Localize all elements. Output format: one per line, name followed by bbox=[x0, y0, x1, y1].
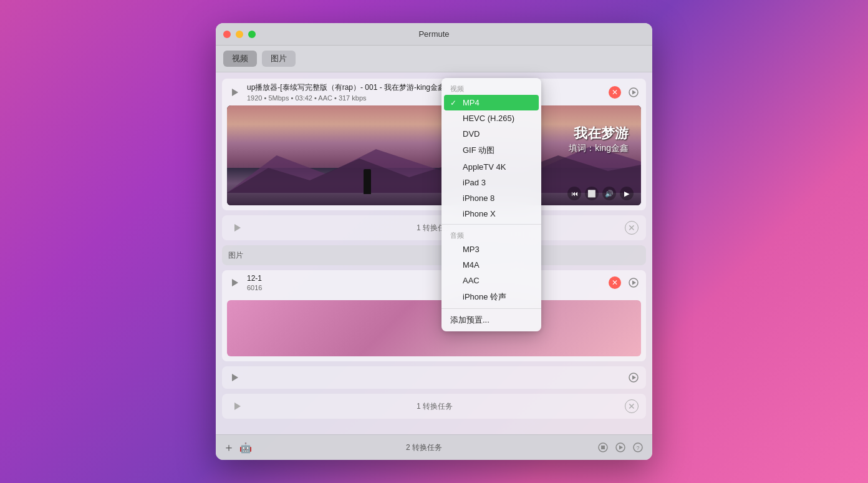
menu-item-mp3[interactable]: MP3 bbox=[441, 242, 541, 257]
close-button[interactable] bbox=[223, 31, 231, 38]
titlebar: Permute bbox=[216, 23, 652, 46]
image-header: 12-1 6016 ✕ bbox=[222, 270, 646, 295]
menu-item-iphonex[interactable]: iPhone X bbox=[441, 206, 541, 222]
file-info-3: 12-1 6016 bbox=[247, 274, 604, 291]
format-dropdown: 视频 ✓ MP4 HEVC (H.265) DVD GIF 动图 AppleTV… bbox=[441, 78, 541, 331]
menu-label-ringtone: iPhone 铃声 bbox=[463, 291, 506, 303]
add-preset-item[interactable]: 添加预置... bbox=[441, 311, 541, 329]
image-controls-row bbox=[222, 366, 646, 389]
task-text-2: 1 转换任务 bbox=[244, 401, 625, 412]
menu-divider-2 bbox=[441, 308, 541, 309]
settings-row-3[interactable] bbox=[626, 275, 641, 290]
menu-item-aac[interactable]: AAC bbox=[441, 273, 541, 288]
menu-item-ipad3[interactable]: iPad 3 bbox=[441, 175, 541, 190]
play-button-4[interactable] bbox=[227, 370, 242, 385]
image-section-text: 图片 bbox=[228, 250, 243, 261]
audio-section-label: 音频 bbox=[441, 227, 541, 242]
svg-marker-9 bbox=[232, 374, 238, 381]
menu-item-dvd[interactable]: DVD bbox=[441, 126, 541, 142]
svg-marker-11 bbox=[632, 376, 636, 380]
play-button-1[interactable] bbox=[227, 85, 242, 100]
menu-item-iphone8[interactable]: iPhone 8 bbox=[441, 190, 541, 206]
toolbar: 视频 图片 bbox=[216, 46, 652, 72]
image-file-row: 12-1 6016 ✕ bbox=[222, 270, 646, 361]
window-title: Permute bbox=[418, 29, 449, 39]
menu-item-hevc[interactable]: HEVC (H.265) bbox=[441, 110, 541, 126]
file-info-1: up播放器-[泰续写完整版（有rap）- 001 - 我在梦游-king金鑫 1… bbox=[247, 82, 604, 102]
close-row-1[interactable]: ✕ bbox=[609, 86, 621, 99]
menu-label-m4a: M4A bbox=[463, 260, 480, 270]
svg-marker-8 bbox=[632, 281, 636, 285]
play-button-5[interactable] bbox=[229, 399, 244, 414]
menu-divider bbox=[441, 224, 541, 225]
tab-image[interactable]: 图片 bbox=[262, 51, 296, 67]
window-controls bbox=[223, 31, 256, 38]
play-button-3[interactable] bbox=[227, 275, 242, 290]
menu-label-iphone8: iPhone 8 bbox=[463, 193, 494, 203]
video-ctrl-next[interactable]: ▶ bbox=[620, 187, 634, 200]
menu-label-gif: GIF 动图 bbox=[463, 145, 494, 156]
help-button[interactable]: ? bbox=[631, 441, 645, 454]
menu-item-m4a[interactable]: M4A bbox=[441, 257, 541, 273]
menu-label-aac: AAC bbox=[463, 276, 480, 285]
task-row-2: 1 转换任务 ✕ bbox=[222, 394, 646, 419]
video-controls: ⏮ ⬜ 🔊 ▶ bbox=[567, 187, 634, 200]
maximize-button[interactable] bbox=[248, 31, 256, 38]
menu-item-gif[interactable]: GIF 动图 bbox=[441, 142, 541, 159]
play-all-button[interactable] bbox=[614, 441, 627, 454]
task-row-1: 1 转换任务 ✕ bbox=[222, 215, 646, 240]
menu-item-mp4[interactable]: ✓ MP4 bbox=[444, 95, 539, 110]
menu-label-appletv: AppleTV 4K bbox=[463, 162, 506, 172]
menu-item-appletv[interactable]: AppleTV 4K bbox=[441, 159, 541, 175]
menu-label-iphonex: iPhone X bbox=[463, 209, 496, 218]
video-preview: 我在梦游 填词：king金鑫 ⏮ ⬜ 🔊 ▶ bbox=[227, 105, 641, 205]
minimize-button[interactable] bbox=[236, 31, 243, 38]
menu-label-mp3: MP3 bbox=[463, 245, 480, 254]
check-icon-mp4: ✓ bbox=[450, 99, 459, 107]
filename-1: up播放器-[泰续写完整版（有rap）- 001 - 我在梦游-king金鑫 bbox=[247, 82, 604, 93]
svg-marker-16 bbox=[619, 446, 623, 450]
svg-marker-5 bbox=[234, 224, 241, 232]
menu-label-mp4: MP4 bbox=[463, 98, 480, 107]
task-text-1: 1 转换任务 bbox=[244, 223, 625, 233]
video-header: up播放器-[泰续写完整版（有rap）- 001 - 我在梦游-king金鑫 1… bbox=[222, 79, 646, 105]
stop-all-button[interactable] bbox=[596, 441, 610, 454]
svg-text:?: ? bbox=[637, 445, 640, 451]
video-subtitle-sub: 填词：king金鑫 bbox=[569, 143, 629, 154]
task-count: 2 转换任务 bbox=[257, 442, 591, 453]
video-section-label: 视频 bbox=[441, 80, 541, 95]
robot-button[interactable]: 🤖 bbox=[239, 442, 252, 454]
main-window: Permute 视频 图片 up播放器-[泰续写完整版（有rap）- 001 -… bbox=[216, 23, 652, 460]
video-file-row: up播放器-[泰续写完整版（有rap）- 001 - 我在梦游-king金鑫 1… bbox=[222, 79, 646, 210]
add-button[interactable]: ＋ bbox=[223, 440, 234, 455]
menu-label-hevc: HEVC (H.265) bbox=[463, 114, 514, 123]
filename-3: 12-1 bbox=[247, 274, 604, 283]
close-task-2[interactable]: ✕ bbox=[625, 399, 639, 413]
menu-label-ipad3: iPad 3 bbox=[463, 178, 486, 187]
content-area: up播放器-[泰续写完整版（有rap）- 001 - 我在梦游-king金鑫 1… bbox=[216, 72, 652, 434]
filemeta-3: 6016 bbox=[247, 284, 604, 291]
svg-marker-6 bbox=[232, 279, 238, 286]
video-ctrl-prev[interactable]: ⏮ bbox=[567, 187, 581, 200]
menu-item-iphone-ringtone[interactable]: iPhone 铃声 bbox=[441, 288, 541, 306]
video-ctrl-aspect[interactable]: ⬜ bbox=[585, 187, 599, 200]
settings-row-1[interactable] bbox=[626, 85, 641, 100]
close-row-3[interactable]: ✕ bbox=[609, 276, 621, 289]
image-preview bbox=[227, 300, 641, 356]
tab-video[interactable]: 视频 bbox=[223, 51, 257, 67]
video-ctrl-volume[interactable]: 🔊 bbox=[602, 187, 616, 200]
svg-marker-2 bbox=[632, 90, 636, 94]
svg-rect-14 bbox=[601, 446, 605, 449]
filemeta-1: 1920 • 5Mbps • 03:42 • AAC • 317 kbps bbox=[247, 94, 604, 102]
video-person bbox=[364, 169, 371, 194]
bottom-actions: ? bbox=[596, 441, 645, 454]
close-task-1[interactable]: ✕ bbox=[625, 221, 639, 235]
dropdown-menu: 视频 ✓ MP4 HEVC (H.265) DVD GIF 动图 AppleTV… bbox=[441, 78, 541, 331]
menu-label-dvd: DVD bbox=[463, 129, 480, 139]
bottombar: ＋ 🤖 2 转换任务 ? bbox=[216, 434, 652, 460]
settings-row-4[interactable] bbox=[626, 370, 641, 385]
svg-marker-0 bbox=[232, 89, 238, 96]
play-button-2[interactable] bbox=[229, 220, 244, 235]
svg-marker-12 bbox=[234, 402, 241, 410]
section-label-image: 图片 bbox=[222, 245, 646, 265]
